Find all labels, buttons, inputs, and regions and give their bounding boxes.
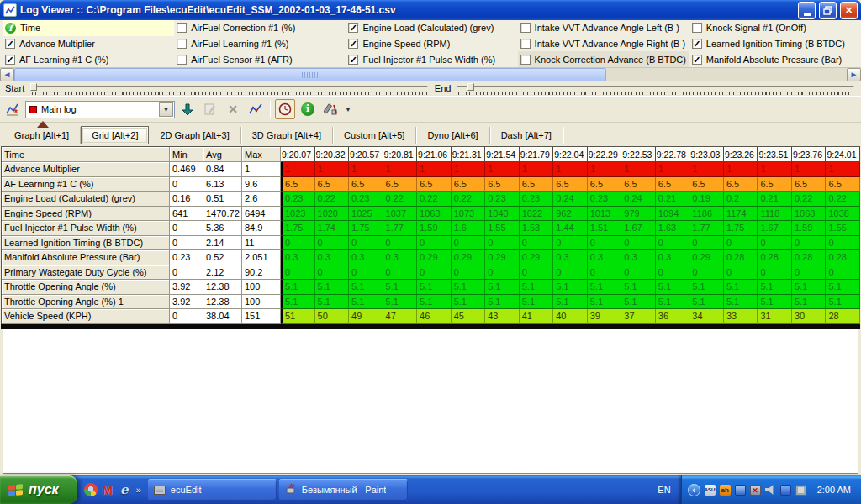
param-fuel-injector-1-pulse-width[interactable]: ✓Fuel Injector #1 Pulse Width (%): [346, 51, 517, 67]
data-cell[interactable]: 1: [656, 162, 690, 177]
data-cell[interactable]: 1.75: [281, 221, 315, 236]
data-cell[interactable]: 1: [588, 162, 622, 177]
apply-down-button[interactable]: [177, 99, 198, 119]
end-slider[interactable]: [456, 82, 856, 95]
data-cell[interactable]: 0.23: [281, 192, 315, 207]
data-cell[interactable]: 6.5: [281, 177, 315, 192]
column-header-timestamp[interactable]: 9:22.29: [588, 147, 622, 162]
data-cell[interactable]: 1: [383, 162, 418, 177]
checkbox-checked-icon[interactable]: ✓: [5, 55, 15, 65]
data-cell[interactable]: 0.3: [383, 250, 418, 265]
data-cell[interactable]: 0: [621, 236, 656, 251]
data-cell[interactable]: 1068: [792, 207, 827, 222]
log-select-combo[interactable]: Main log ▼: [25, 101, 175, 118]
data-cell[interactable]: 6.5: [315, 177, 350, 192]
data-cell[interactable]: 6.5: [383, 177, 418, 192]
data-cell[interactable]: 0.28: [792, 250, 827, 265]
data-cell[interactable]: 0: [349, 236, 383, 251]
data-cell[interactable]: 31: [758, 309, 792, 324]
quick-launch-overflow-icon[interactable]: »: [135, 485, 141, 495]
close-button[interactable]: ✕: [840, 2, 858, 19]
data-cell[interactable]: 0: [588, 265, 622, 281]
checkbox-checked-icon[interactable]: ✓: [5, 39, 15, 49]
data-cell[interactable]: 0.22: [826, 192, 860, 207]
checkbox-unchecked-icon[interactable]: [520, 39, 531, 49]
network-signal-icon[interactable]: [735, 485, 746, 496]
data-cell[interactable]: 40: [553, 309, 588, 324]
column-header-min[interactable]: Min: [170, 147, 203, 162]
checkbox-unchecked-icon[interactable]: [177, 23, 187, 33]
data-cell[interactable]: 1037: [383, 207, 418, 222]
task-button-ecuedit[interactable]: ecuEdit: [148, 479, 277, 501]
info-button[interactable]: i: [298, 99, 318, 119]
data-cell[interactable]: 0: [826, 236, 860, 251]
row-label-engine-load-calculated-grev[interactable]: Engine Load (Calculated) (grev): [2, 192, 170, 207]
param-time[interactable]: fTime: [3, 20, 174, 36]
data-cell[interactable]: 0: [485, 265, 520, 281]
data-cell[interactable]: 0: [689, 265, 724, 281]
data-cell[interactable]: 6.5: [452, 177, 486, 192]
data-cell[interactable]: 43: [485, 309, 520, 324]
checkbox-unchecked-icon[interactable]: [520, 55, 531, 65]
data-cell[interactable]: 0.21: [758, 192, 792, 207]
data-cell[interactable]: 5.1: [417, 295, 452, 310]
scroll-right-button[interactable]: ►: [847, 68, 861, 81]
data-cell[interactable]: 5.1: [724, 295, 758, 310]
checkbox-unchecked-icon[interactable]: [177, 55, 187, 65]
data-cell[interactable]: 50: [315, 309, 350, 324]
task-button-paint[interactable]: Безымянный - Paint: [279, 479, 408, 501]
data-cell[interactable]: 0.22: [315, 192, 350, 207]
data-cell[interactable]: 0: [417, 265, 452, 281]
data-cell[interactable]: 0.22: [417, 192, 452, 207]
param-knock-correction-advance-b-btdc[interactable]: Knock Correction Advance (B BTDC): [518, 51, 689, 67]
data-cell[interactable]: 0.29: [689, 250, 724, 265]
data-cell[interactable]: 5.1: [553, 295, 588, 310]
row-label-vehicle-speed-kph[interactable]: Vehicle Speed (KPH): [2, 309, 170, 324]
param-intake-vvt-advance-angle-right-b[interactable]: Intake VVT Advance Angle Right (B ): [518, 36, 689, 52]
data-cell[interactable]: 37: [621, 309, 656, 324]
checkbox-unchecked-icon[interactable]: [520, 23, 531, 33]
data-cell[interactable]: 6.5: [520, 177, 554, 192]
data-cell[interactable]: 5.1: [383, 280, 418, 295]
tools-dropdown-icon[interactable]: ▼: [343, 106, 353, 113]
row-label-advance-multiplier[interactable]: Advance Multiplier: [2, 162, 170, 177]
data-cell[interactable]: 1: [520, 162, 554, 177]
checkbox-checked-icon[interactable]: ✓: [348, 23, 358, 33]
param-airfuel-correction-1[interactable]: AirFuel Correction #1 (%): [174, 20, 346, 36]
data-cell[interactable]: 5.1: [689, 295, 724, 310]
data-cell[interactable]: 1: [792, 162, 827, 177]
data-cell[interactable]: 0.22: [792, 192, 827, 207]
data-cell[interactable]: 1.59: [792, 221, 827, 236]
data-cell[interactable]: 1.55: [826, 221, 860, 236]
column-header-avg[interactable]: Avg: [203, 147, 242, 162]
data-cell[interactable]: 6.5: [792, 177, 827, 192]
data-cell[interactable]: 1013: [588, 207, 622, 222]
chrome-icon[interactable]: [84, 483, 98, 496]
asus-icon[interactable]: ASUS: [705, 485, 716, 496]
data-cell[interactable]: 0: [281, 265, 315, 281]
column-header-time[interactable]: Time: [2, 147, 170, 162]
tab-dash-alt-7[interactable]: Dash [Alt+7]: [490, 127, 563, 144]
data-cell[interactable]: 1020: [315, 207, 350, 222]
column-header-timestamp[interactable]: 9:23.76: [792, 147, 827, 162]
data-cell[interactable]: 5.1: [792, 295, 827, 310]
column-header-max[interactable]: Max: [242, 147, 281, 162]
data-cell[interactable]: 5.1: [315, 280, 350, 295]
data-cell[interactable]: 1.53: [520, 221, 554, 236]
scroll-left-button[interactable]: ◄: [0, 68, 14, 81]
data-cell[interactable]: 1: [689, 162, 724, 177]
data-cell[interactable]: 5.1: [485, 280, 520, 295]
data-cell[interactable]: 0: [349, 265, 383, 281]
edit-log-button[interactable]: [200, 99, 220, 119]
data-cell[interactable]: 6.5: [689, 177, 724, 192]
row-label-learned-ignition-timing-b-btdc[interactable]: Learned Ignition Timing (B BTDC): [2, 236, 170, 251]
column-header-timestamp[interactable]: 9:21.54: [485, 147, 520, 162]
data-cell[interactable]: 0.3: [315, 250, 350, 265]
data-cell[interactable]: 1.75: [349, 221, 383, 236]
data-cell[interactable]: 49: [349, 309, 383, 324]
data-cell[interactable]: 46: [417, 309, 452, 324]
graph-settings-button[interactable]: [246, 99, 266, 119]
start-slider-thumb[interactable]: [30, 83, 37, 91]
data-cell[interactable]: 1094: [656, 207, 690, 222]
tab-3d-graph-alt-4[interactable]: 3D Graph [Alt+4]: [241, 127, 333, 144]
